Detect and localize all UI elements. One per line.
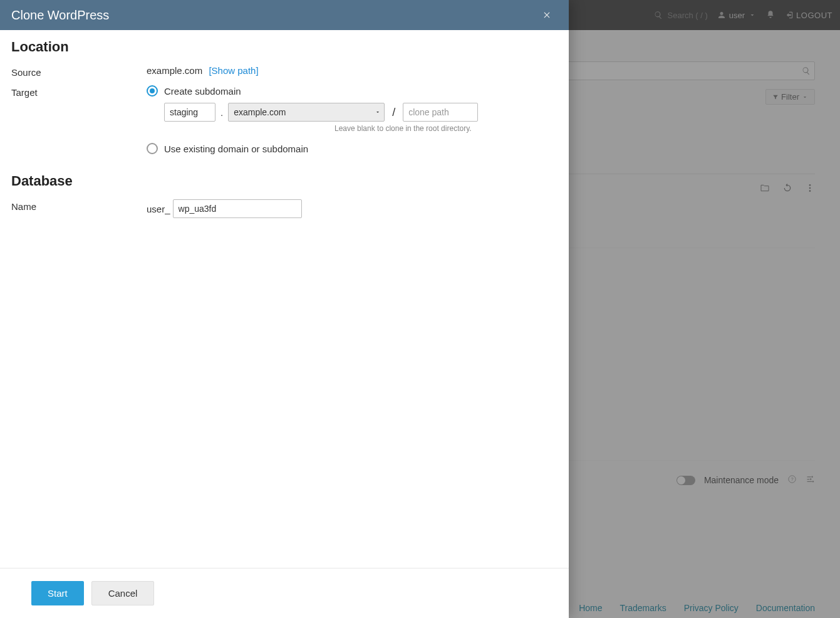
chevron-down-icon xyxy=(375,110,380,115)
dot-separator: . xyxy=(220,107,223,118)
modal-header: Clone WordPress xyxy=(0,0,569,30)
show-path-link[interactable]: [Show path] xyxy=(209,65,258,76)
clone-path-hint: Leave blank to clone in the root directo… xyxy=(334,124,557,133)
clone-path-input[interactable] xyxy=(403,103,478,122)
source-row: Source example.com [Show path] xyxy=(11,61,557,81)
db-name-label: Name xyxy=(11,199,147,212)
close-icon xyxy=(542,11,551,19)
cancel-button[interactable]: Cancel xyxy=(91,581,155,605)
radio-create-subdomain[interactable] xyxy=(147,85,158,97)
source-label: Source xyxy=(11,65,147,78)
db-name-input[interactable] xyxy=(173,199,302,218)
close-button[interactable] xyxy=(536,4,557,26)
source-value: example.com xyxy=(147,65,202,76)
use-existing-option[interactable]: Use existing domain or subdomain xyxy=(147,143,557,154)
create-subdomain-option[interactable]: Create subdomain xyxy=(147,85,557,97)
location-heading: Location xyxy=(11,39,557,55)
subdomain-inputs: . example.com / xyxy=(164,103,557,122)
path-separator: / xyxy=(390,106,398,119)
create-subdomain-label: Create subdomain xyxy=(164,86,241,97)
domain-selected: example.com xyxy=(234,107,286,117)
db-name-row: Name user_ xyxy=(11,196,557,222)
target-row: Target Create subdomain . example.com / xyxy=(11,81,557,164)
radio-use-existing[interactable] xyxy=(147,143,158,154)
clone-wordpress-modal: Clone WordPress Location Source example.… xyxy=(0,0,569,618)
use-existing-label: Use existing domain or subdomain xyxy=(164,144,308,154)
target-label: Target xyxy=(11,85,147,98)
modal-footer: Start Cancel xyxy=(0,568,569,618)
subdomain-input[interactable] xyxy=(164,103,215,122)
modal-title: Clone WordPress xyxy=(11,8,109,23)
database-heading: Database xyxy=(11,173,557,189)
db-prefix: user_ xyxy=(147,204,170,214)
modal-body: Location Source example.com [Show path] … xyxy=(0,30,569,568)
domain-select[interactable]: example.com xyxy=(228,103,385,122)
start-button[interactable]: Start xyxy=(31,581,84,605)
